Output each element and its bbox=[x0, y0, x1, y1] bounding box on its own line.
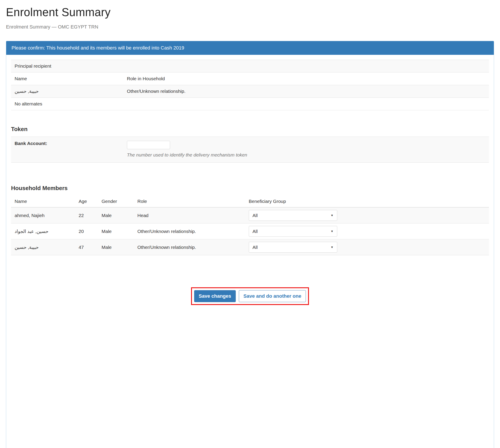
beneficiary-group-value: All bbox=[252, 245, 258, 250]
enrolment-panel: Please confirm: This household and its m… bbox=[6, 41, 494, 448]
page: Enrolment Summary Enrolment Summary — OM… bbox=[0, 6, 500, 448]
chevron-down-icon: ▼ bbox=[331, 214, 333, 217]
member-group-cell: All ▼ bbox=[245, 239, 489, 255]
bank-account-input[interactable] bbox=[127, 141, 170, 149]
column-header-role: Role bbox=[134, 196, 245, 207]
bank-account-label: Bank Account: bbox=[11, 137, 123, 163]
principal-recipient-label: Principal recipient bbox=[11, 60, 489, 73]
page-title: Enrolment Summary bbox=[6, 6, 494, 19]
table-row: Name Role in Household bbox=[11, 73, 489, 85]
beneficiary-group-select[interactable]: All ▼ bbox=[249, 226, 337, 237]
member-group-cell: All ▼ bbox=[245, 224, 489, 239]
token-heading: Token bbox=[11, 126, 489, 133]
principal-name: حبيبة, حسين bbox=[11, 85, 123, 98]
member-name: ahmed, Najieh bbox=[11, 207, 75, 224]
member-role: Other/Unknown relationship. bbox=[134, 224, 245, 239]
member-gender: Male bbox=[98, 224, 134, 239]
token-section: Token Bank Account: The number used to i… bbox=[11, 126, 489, 163]
member-age: 20 bbox=[75, 224, 98, 239]
table-row: Principal recipient bbox=[11, 60, 489, 73]
member-role: Other/Unknown relationship. bbox=[134, 239, 245, 255]
column-header-beneficiary-group: Beneficiary Group bbox=[245, 196, 489, 207]
beneficiary-group-value: All bbox=[252, 213, 258, 218]
panel-body: Principal recipient Name Role in Househo… bbox=[6, 55, 494, 448]
table-row: حسين, عبد الجواد 20 Male Other/Unknown r… bbox=[11, 224, 489, 239]
household-members-table: Name Age Gender Role Beneficiary Group a… bbox=[11, 196, 489, 255]
panel-bottom-spacer bbox=[11, 305, 489, 442]
member-age: 22 bbox=[75, 207, 98, 224]
table-row: Bank Account: The number used to identif… bbox=[11, 137, 489, 163]
household-members-section: Household Members Name Age Gender Role B… bbox=[11, 185, 489, 255]
table-header-row: Name Age Gender Role Beneficiary Group bbox=[11, 196, 489, 207]
principal-role: Other/Unknown relationship. bbox=[123, 85, 489, 98]
save-and-do-another-button[interactable]: Save and do another one bbox=[239, 290, 306, 302]
chevron-down-icon: ▼ bbox=[331, 230, 333, 233]
table-row: ahmed, Najieh 22 Male Head All ▼ bbox=[11, 207, 489, 224]
household-members-heading: Household Members bbox=[11, 185, 489, 192]
confirm-banner: Please confirm: This household and its m… bbox=[6, 41, 494, 55]
member-name: حبيبة, حسين bbox=[11, 239, 75, 255]
member-role: Head bbox=[134, 207, 245, 224]
member-age: 47 bbox=[75, 239, 98, 255]
table-row: No alternates bbox=[11, 98, 489, 110]
name-header: Name bbox=[11, 73, 123, 85]
save-changes-button[interactable]: Save changes bbox=[194, 290, 236, 302]
principal-recipient-table: Principal recipient Name Role in Househo… bbox=[11, 60, 489, 110]
column-header-age: Age bbox=[75, 196, 98, 207]
member-gender: Male bbox=[98, 207, 134, 224]
table-row: حبيبة, حسين 47 Male Other/Unknown relati… bbox=[11, 239, 489, 255]
highlight-box: Save changes Save and do another one bbox=[191, 287, 309, 305]
beneficiary-group-value: All bbox=[252, 229, 258, 234]
bank-account-help-text: The number used to identify the delivery… bbox=[127, 152, 485, 158]
column-header-gender: Gender bbox=[98, 196, 134, 207]
actions-row: Save changes Save and do another one bbox=[11, 287, 489, 305]
member-gender: Male bbox=[98, 239, 134, 255]
beneficiary-group-select[interactable]: All ▼ bbox=[249, 242, 337, 253]
member-name: حسين, عبد الجواد bbox=[11, 224, 75, 239]
bank-account-cell: The number used to identify the delivery… bbox=[123, 137, 489, 163]
breadcrumb: Enrolment Summary — OMC EGYPT TRN bbox=[6, 24, 494, 30]
token-table: Bank Account: The number used to identif… bbox=[11, 137, 489, 163]
chevron-down-icon: ▼ bbox=[331, 246, 333, 249]
member-group-cell: All ▼ bbox=[245, 207, 489, 224]
no-alternates-label: No alternates bbox=[11, 98, 489, 110]
column-header-name: Name bbox=[11, 196, 75, 207]
table-row: حبيبة, حسين Other/Unknown relationship. bbox=[11, 85, 489, 98]
role-header: Role in Household bbox=[123, 73, 489, 85]
beneficiary-group-select[interactable]: All ▼ bbox=[249, 210, 337, 221]
